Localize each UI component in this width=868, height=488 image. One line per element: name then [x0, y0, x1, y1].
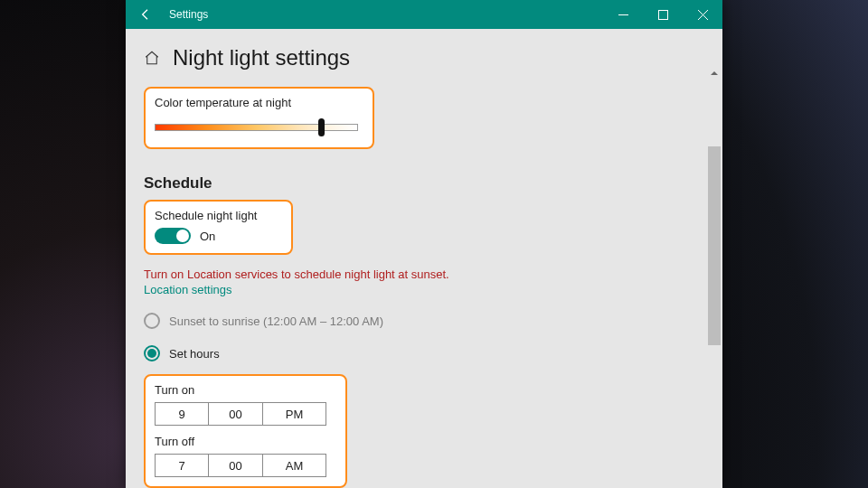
toggle-knob [176, 230, 189, 242]
maximize-button[interactable] [643, 0, 683, 29]
page-title: Night light settings [173, 45, 350, 70]
arrow-left-icon [138, 7, 153, 22]
settings-window: Settings Night light settings Color temp… [126, 0, 722, 488]
close-button[interactable] [683, 0, 722, 29]
slider-thumb[interactable] [318, 118, 325, 136]
turn-on-ampm[interactable]: PM [263, 402, 326, 426]
turn-off-minute[interactable]: 00 [209, 454, 263, 477]
page-header: Night light settings [126, 29, 722, 78]
time-settings-group: Turn on 9 00 PM Turn off 7 00 AM [144, 374, 347, 488]
schedule-heading: Schedule [144, 174, 704, 192]
close-icon [698, 10, 708, 20]
schedule-toggle-group: Schedule night light On [144, 200, 293, 255]
turn-on-label: Turn on [155, 383, 336, 397]
main-section: Color temperature at night Schedule Sche… [126, 87, 722, 488]
radio-sethours[interactable]: Set hours [144, 345, 704, 361]
color-temperature-label: Color temperature at night [155, 96, 363, 109]
turn-on-minute[interactable]: 00 [209, 402, 263, 426]
radio-icon [144, 345, 160, 361]
radio-sunset-label: Sunset to sunrise (12:00 AM – 12:00 AM) [169, 314, 383, 328]
turn-off-ampm[interactable]: AM [263, 454, 326, 477]
radio-icon [144, 313, 160, 329]
schedule-toggle[interactable] [155, 228, 191, 244]
window-title: Settings [169, 8, 208, 21]
schedule-toggle-label: Schedule night light [155, 209, 282, 222]
radio-sethours-label: Set hours [169, 347, 220, 361]
location-settings-link[interactable]: Location settings [144, 283, 704, 296]
color-temperature-slider[interactable] [155, 118, 363, 136]
schedule-toggle-state: On [200, 230, 215, 243]
minimize-icon [618, 10, 628, 20]
maximize-icon [658, 10, 668, 20]
titlebar: Settings [126, 0, 722, 29]
scroll-up-arrow-icon[interactable] [710, 65, 719, 74]
radio-sunset: Sunset to sunrise (12:00 AM – 12:00 AM) [144, 313, 704, 329]
content-area: Night light settings Color temperature a… [126, 29, 722, 488]
location-warning: Turn on Location services to schedule ni… [144, 267, 704, 281]
minimize-button[interactable] [603, 0, 643, 29]
home-icon[interactable] [144, 50, 160, 66]
turn-off-time-picker[interactable]: 7 00 AM [155, 454, 336, 477]
window-controls [603, 0, 722, 29]
slider-track [155, 124, 358, 131]
radio-dot-icon [147, 349, 156, 358]
turn-on-hour[interactable]: 9 [155, 402, 209, 426]
svg-rect-0 [658, 10, 667, 19]
turn-off-hour[interactable]: 7 [155, 454, 209, 477]
scrollbar-thumb[interactable] [708, 146, 721, 345]
turn-off-label: Turn off [155, 435, 336, 448]
color-temperature-group: Color temperature at night [144, 87, 374, 149]
turn-on-time-picker[interactable]: 9 00 PM [155, 402, 336, 426]
back-button[interactable] [126, 0, 165, 29]
